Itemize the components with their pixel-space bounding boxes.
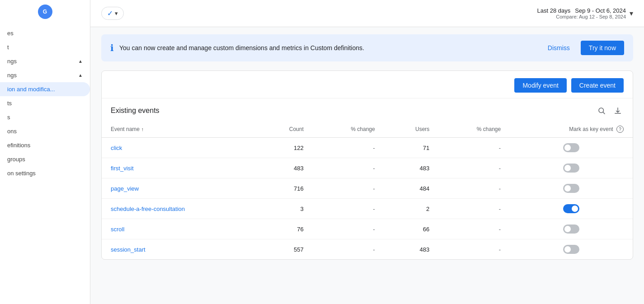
status-dropdown-arrow: ▾ [115,10,118,17]
count-cell: 76 [258,219,313,239]
download-button[interactable] [612,105,624,117]
date-range-dropdown-button[interactable]: ▾ [630,9,633,18]
help-icon[interactable]: ? [616,126,624,133]
event-name-cell[interactable]: page_view [102,178,258,199]
users-change-cell: - [438,239,510,260]
header-left: ✓ ▾ [101,7,124,20]
existing-events-title-row: Existing events [102,98,633,121]
users-change-cell: - [438,158,510,178]
sidebar-item-settings[interactable]: on settings [0,166,90,180]
sidebar-section-ngs2[interactable]: ngs ▲ [0,68,90,82]
event-name-cell[interactable]: scroll [102,219,258,239]
toggle-wrapper [519,204,624,213]
svg-line-1 [603,112,605,114]
search-button[interactable] [596,105,607,117]
check-icon: ✓ [107,9,113,18]
sidebar-item-definitions[interactable]: efinitions [0,138,90,152]
sidebar-item-s[interactable]: s [0,110,90,124]
info-banner: ℹ You can now create and manage custom d… [101,34,633,61]
sidebar-section-ngs1[interactable]: ngs ▲ [0,54,90,68]
status-badge[interactable]: ✓ ▾ [101,7,124,20]
try-it-button[interactable]: Try it now [581,41,624,55]
count-change-cell: - [313,138,384,158]
sidebar-item-ts[interactable]: ts [0,96,90,110]
date-range-label: Last 28 days [537,7,571,14]
create-event-button[interactable]: Create event [571,78,624,93]
key-event-toggle[interactable] [563,204,579,213]
page-body: ℹ You can now create and manage custom d… [90,27,644,304]
users-cell: 66 [384,219,439,239]
count-change-cell: - [313,158,384,178]
toggle-wrapper [519,143,624,152]
app-layout: G es t ngs ▲ ngs ▲ ion and modifica... t… [0,0,644,304]
existing-events-section: Existing events [102,98,633,259]
search-icon [597,107,606,115]
table-actions [596,105,624,117]
count-change-cell: - [313,178,384,199]
date-range-top: Last 28 days Sep 9 - Oct 6, 2024 [537,7,626,14]
count-cell: 483 [258,158,313,178]
info-text: You can now create and manage custom dim… [119,44,537,51]
sidebar-item-active[interactable]: ion and modifica... [0,82,90,96]
modify-event-button[interactable]: Modify event [514,78,566,93]
table-row: session_start557-483- [102,239,633,260]
key-event-cell [510,199,633,219]
dismiss-button[interactable]: Dismiss [542,42,575,54]
sidebar: G es t ngs ▲ ngs ▲ ion and modifica... t… [0,0,90,304]
toggle-wrapper [519,245,624,254]
events-table: Event name ↑ Count % change Users % chan… [102,121,633,259]
count-cell: 3 [258,199,313,219]
key-event-cell [510,138,633,158]
col-count: Count [258,121,313,138]
key-event-toggle[interactable] [563,164,579,173]
col-count-change: % change [313,121,384,138]
sidebar-item-groups[interactable]: groups [0,152,90,166]
key-event-toggle[interactable] [563,224,579,234]
event-name-cell[interactable]: session_start [102,239,258,260]
table-row: page_view716-484- [102,178,633,199]
sidebar-item-ons[interactable]: ons [0,124,90,138]
sidebar-logo: G [38,5,52,19]
table-row: schedule-a-free-consultation3-2- [102,199,633,219]
info-icon: ℹ [110,42,114,53]
event-name-cell[interactable]: click [102,138,258,158]
event-name-cell[interactable]: first_visit [102,158,258,178]
users-change-cell: - [438,219,510,239]
download-icon [614,107,622,115]
chevron-up-icon: ▲ [78,59,83,64]
count-cell: 557 [258,239,313,260]
key-event-toggle[interactable] [563,143,579,152]
key-event-toggle[interactable] [563,245,579,254]
users-cell: 483 [384,239,439,260]
events-card: Modify event Create event Existing event… [101,70,633,260]
event-name-label: Event name [111,126,140,132]
users-cell: 2 [384,199,439,219]
toggle-wrapper [519,164,624,173]
col-users-change: % change [438,121,510,138]
main-content: ✓ ▾ Last 28 days Sep 9 - Oct 6, 2024 Com… [90,0,644,304]
col-users: Users [384,121,439,138]
table-row: click122-71- [102,138,633,158]
header-right: Last 28 days Sep 9 - Oct 6, 2024 Compare… [537,7,633,19]
existing-events-title: Existing events [111,107,160,115]
chevron-up-icon: ▲ [78,73,83,78]
toggle-wrapper [519,184,624,193]
events-card-header: Modify event Create event [102,71,633,98]
table-header-row: Event name ↑ Count % change Users % chan… [102,121,633,138]
users-change-cell: - [438,199,510,219]
sidebar-item-t[interactable]: t [0,40,90,54]
key-event-cell [510,219,633,239]
users-cell: 484 [384,178,439,199]
sort-arrow-icon: ↑ [141,126,144,132]
table-row: scroll76-66- [102,219,633,239]
users-change-cell: - [438,178,510,199]
sidebar-item-es[interactable]: es [0,26,90,40]
key-event-cell [510,178,633,199]
event-name-cell[interactable]: schedule-a-free-consultation [102,199,258,219]
count-cell: 122 [258,138,313,158]
users-cell: 483 [384,158,439,178]
date-range-dates: Sep 9 - Oct 6, 2024 [575,7,626,14]
key-event-toggle[interactable] [563,184,579,193]
header-bar: ✓ ▾ Last 28 days Sep 9 - Oct 6, 2024 Com… [90,0,644,27]
col-event-name[interactable]: Event name ↑ [102,121,258,138]
